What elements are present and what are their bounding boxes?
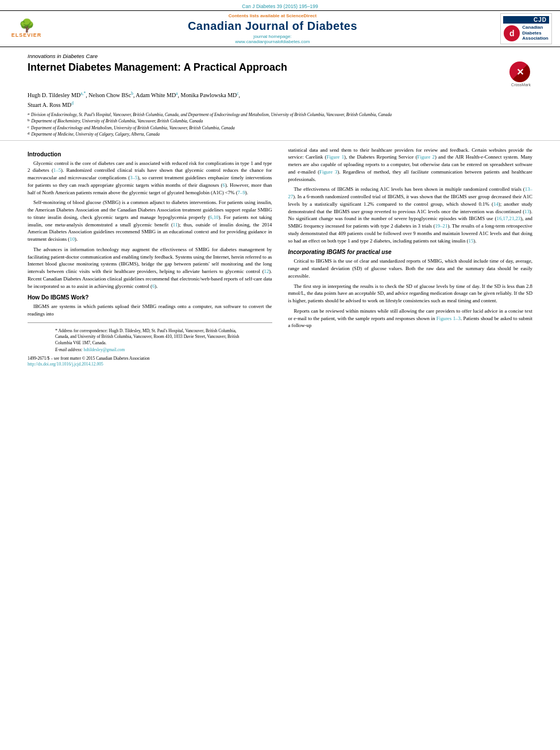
affiliation-a: a Division of Endocrinology, St. Paul’s … bbox=[28, 112, 532, 118]
incorporating-heading: Incorporating IBGMS for practical use bbox=[288, 249, 533, 255]
doi-link[interactable]: http://dx.doi.org/10.1016/j.jcjd.2014.12… bbox=[28, 361, 103, 367]
ref-10[interactable]: 10 bbox=[69, 236, 75, 242]
ref-15[interactable]: 15 bbox=[469, 238, 474, 244]
fig2-link[interactable]: Figure 2 bbox=[417, 154, 435, 160]
ref-7-9[interactable]: 7–9 bbox=[238, 190, 245, 195]
affiliation-c: c Department of Endocrinology and Metabo… bbox=[28, 125, 532, 132]
issn-line: 1499-2671/$ – see front matter © 2015 Ca… bbox=[28, 356, 272, 368]
ref-6[interactable]: 6 bbox=[223, 182, 225, 188]
sciencedirect-line: Contents lists available at ScienceDirec… bbox=[51, 13, 495, 18]
author-tildesley: Hugh D. Tildesley MDa,* bbox=[28, 92, 86, 98]
ref-6b[interactable]: 6 bbox=[152, 283, 155, 289]
how-para1: IBGMS are systems in which patients uplo… bbox=[28, 303, 272, 318]
intro-para3: The advances in information technology m… bbox=[28, 246, 272, 290]
cjd-logo: CJD d Canadian Diabetes Association bbox=[500, 13, 552, 44]
crossmark-badge: ✕ CrossMark bbox=[509, 61, 532, 87]
ref-3-5[interactable]: 3–5 bbox=[130, 175, 137, 180]
cjd-circle-icon: d bbox=[504, 25, 520, 41]
right-para2: The effectiveness of IBGMS in reducing A… bbox=[288, 186, 533, 244]
crossmark-label: CrossMark bbox=[509, 83, 532, 87]
ref-16-23[interactable]: 16,17,21,23 bbox=[496, 216, 520, 221]
elsevier-tree-icon: 🌳 bbox=[19, 20, 34, 32]
author-pawlowska: Monika Pawlowska MDc bbox=[180, 92, 238, 98]
journal-citation: Can J Diabetes 39 (2015) 195–199 bbox=[0, 0, 560, 10]
ref-13-27[interactable]: 13–27 bbox=[288, 186, 533, 199]
author-white: Adam White MDa bbox=[136, 92, 177, 98]
ref-11[interactable]: 11 bbox=[173, 222, 177, 228]
footnote-star: * Address for correspondence: Hugh D. Ti… bbox=[55, 328, 245, 347]
sciencedirect-name: ScienceDirect bbox=[286, 13, 316, 18]
page: Can J Diabetes 39 (2015) 195–199 🌳 ELSEV… bbox=[0, 0, 560, 750]
elsevier-label: ELSEVIER bbox=[11, 32, 42, 38]
authors-row: Hugh D. Tildesley MDa,*, Nelson Chow BSc… bbox=[0, 89, 560, 110]
cjd-org-name: Canadian Diabetes Association bbox=[522, 25, 548, 41]
intro-para1: Glycemic control is the core of diabetes… bbox=[28, 160, 272, 197]
left-column: Introduction Glycemic control is the cor… bbox=[28, 147, 280, 368]
elsevier-logo: 🌳 ELSEVIER bbox=[8, 20, 45, 38]
incorporating-para2: The first step in interpreting the resul… bbox=[288, 283, 533, 305]
ref-6-10[interactable]: 6,10 bbox=[210, 214, 218, 220]
fig1-3-link[interactable]: Figures 1–3 bbox=[437, 316, 461, 321]
crossmark-icon: ✕ bbox=[509, 61, 530, 82]
fig3-link[interactable]: Figure 3 bbox=[319, 169, 337, 175]
how-heading: How Do IBGMS Work? bbox=[28, 294, 272, 301]
homepage-url: www.canadianjournalofdiabetes.com bbox=[235, 39, 310, 44]
footnote-email: E-mail address: hdtildesley@gmail.com bbox=[55, 347, 245, 353]
two-column-body: Introduction Glycemic control is the cor… bbox=[0, 141, 560, 368]
cjd-label: CJD bbox=[503, 16, 549, 24]
email-link[interactable]: hdtildesley@gmail.com bbox=[84, 347, 125, 352]
right-para1: statistical data and send them to their … bbox=[288, 147, 533, 183]
affiliation-d: d Department of Medicine, University of … bbox=[28, 132, 532, 138]
affiliations: a Division of Endocrinology, St. Paul’s … bbox=[0, 110, 560, 141]
incorporating-para1: Critical to IBGMS is the use of clear an… bbox=[288, 257, 533, 279]
intro-heading: Introduction bbox=[28, 151, 272, 157]
ref-12[interactable]: 12 bbox=[264, 268, 269, 274]
journal-homepage: journal homepage: www.canadianjournalofd… bbox=[51, 34, 495, 44]
fig1-link[interactable]: Figure 1 bbox=[327, 154, 345, 160]
incorporating-para3: Reports can be reviewed within minutes w… bbox=[288, 307, 533, 329]
ref-13[interactable]: 13 bbox=[524, 209, 530, 214]
article-title-row: Internet Diabetes Management: A Practica… bbox=[0, 60, 560, 89]
footnote-area: * Address for correspondence: Hugh D. Ti… bbox=[28, 322, 272, 356]
affiliation-b: b Department of Biochemistry, University… bbox=[28, 118, 532, 125]
journal-title: Canadian Journal of Diabetes bbox=[51, 20, 495, 33]
right-column: statistical data and send them to their … bbox=[280, 147, 533, 368]
intro-para2: Self-monitoring of blood glucose (SMBG) … bbox=[28, 199, 272, 243]
journal-header: 🌳 ELSEVIER Contents lists available at S… bbox=[0, 10, 560, 47]
section-label: Innovations in Diabetes Care bbox=[0, 47, 560, 60]
ref-19-21[interactable]: 19–21 bbox=[435, 223, 447, 229]
article-title: Internet Diabetes Management: A Practica… bbox=[28, 61, 504, 74]
ref-14[interactable]: 14 bbox=[493, 201, 499, 207]
author-ross: Stuart A. Ross MDd bbox=[28, 102, 74, 108]
author-chow: Nelson Chow BScb bbox=[88, 92, 133, 98]
ref-1-5[interactable]: 1–5 bbox=[53, 167, 61, 173]
header-center: Contents lists available at ScienceDirec… bbox=[51, 13, 495, 44]
